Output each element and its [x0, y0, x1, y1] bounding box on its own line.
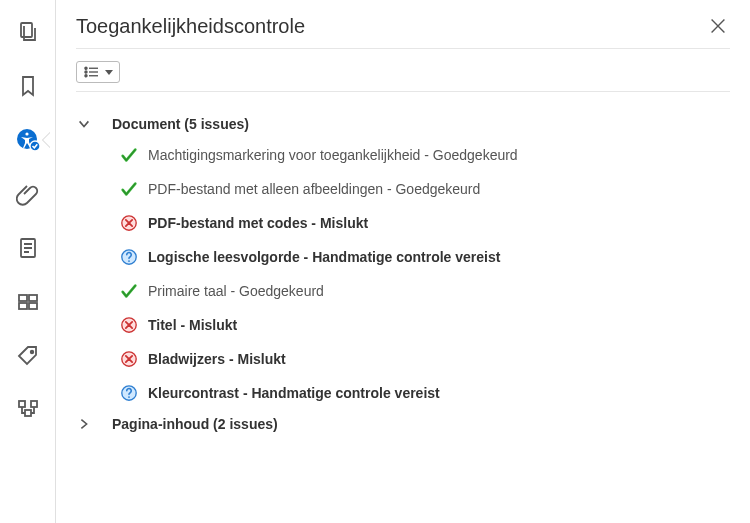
- check-icon: [120, 282, 138, 300]
- accessibility-panel: Toegankelijkheidscontrole Document (5 is…: [56, 0, 750, 523]
- options-button[interactable]: [76, 61, 120, 83]
- pages-icon: [16, 20, 40, 44]
- status-icon-fail: [120, 214, 138, 232]
- order-icon: [16, 398, 40, 422]
- svg-point-9: [30, 351, 33, 354]
- status-icon-manual: [120, 248, 138, 266]
- rule-row[interactable]: Primaire taal - Goedgekeurd: [76, 274, 730, 308]
- rule-row[interactable]: Logische leesvolgorde - Handmatige contr…: [76, 240, 730, 274]
- sidebar-item-accessibility[interactable]: [14, 126, 42, 154]
- status-icon-fail: [120, 316, 138, 334]
- svg-point-15: [85, 75, 87, 77]
- rule-row[interactable]: Kleurcontrast - Handmatige controle vere…: [76, 376, 730, 410]
- question-icon: [120, 384, 138, 402]
- svg-rect-12: [31, 401, 37, 407]
- status-icon-pass: [120, 180, 138, 198]
- accessibility-icon: [16, 128, 40, 152]
- edit-icon: [16, 290, 40, 314]
- rule-label: Logische leesvolgorde - Handmatige contr…: [148, 249, 500, 265]
- svg-rect-6: [29, 295, 37, 301]
- panel-toolbar: [76, 49, 730, 92]
- rule-row[interactable]: Titel - Mislukt: [76, 308, 730, 342]
- section-label: Document (5 issues): [112, 116, 249, 132]
- document-icon: [16, 236, 40, 260]
- check-icon: [120, 180, 138, 198]
- svg-point-13: [85, 67, 87, 69]
- question-icon: [120, 248, 138, 266]
- error-icon: [120, 214, 138, 232]
- svg-rect-8: [29, 303, 37, 309]
- sidebar-item-edit[interactable]: [14, 288, 42, 316]
- sidebar-item-tags[interactable]: [14, 342, 42, 370]
- chevron-down-icon: [76, 116, 92, 132]
- svg-rect-11: [25, 410, 31, 416]
- svg-point-14: [85, 71, 87, 73]
- status-icon-pass: [120, 146, 138, 164]
- svg-point-18: [128, 260, 130, 262]
- rule-label: Kleurcontrast - Handmatige controle vere…: [148, 385, 440, 401]
- rule-label: PDF-bestand met alleen afbeeldingen - Go…: [148, 181, 480, 197]
- rule-row[interactable]: PDF-bestand met codes - Mislukt: [76, 206, 730, 240]
- rule-label: Bladwijzers - Mislukt: [148, 351, 286, 367]
- check-icon: [120, 146, 138, 164]
- rule-label: Primaire taal - Goedgekeurd: [148, 283, 324, 299]
- error-icon: [120, 350, 138, 368]
- rule-row[interactable]: Bladwijzers - Mislukt: [76, 342, 730, 376]
- sidebar-item-attachments[interactable]: [14, 180, 42, 208]
- results-tree: Document (5 issues)Machtigingsmarkering …: [76, 92, 730, 438]
- status-icon-manual: [120, 384, 138, 402]
- sidebar-item-order[interactable]: [14, 396, 42, 424]
- section-row[interactable]: Pagina-inhoud (2 issues): [76, 410, 730, 438]
- section-row[interactable]: Document (5 issues): [76, 110, 730, 138]
- error-icon: [120, 316, 138, 334]
- svg-point-22: [128, 396, 130, 398]
- list-options-icon: [83, 65, 101, 79]
- rule-row[interactable]: Machtigingsmarkering voor toegankelijkhe…: [76, 138, 730, 172]
- sidebar-item-pages[interactable]: [14, 18, 42, 46]
- svg-rect-10: [19, 401, 25, 407]
- close-icon: [707, 15, 729, 37]
- close-button[interactable]: [706, 14, 730, 38]
- rule-label: PDF-bestand met codes - Mislukt: [148, 215, 368, 231]
- bookmark-icon: [16, 74, 40, 98]
- status-icon-pass: [120, 282, 138, 300]
- status-icon-fail: [120, 350, 138, 368]
- rule-label: Titel - Mislukt: [148, 317, 237, 333]
- section-label: Pagina-inhoud (2 issues): [112, 416, 278, 432]
- rule-row[interactable]: PDF-bestand met alleen afbeeldingen - Go…: [76, 172, 730, 206]
- sidebar: [0, 0, 56, 523]
- panel-header: Toegankelijkheidscontrole: [76, 14, 730, 49]
- rule-label: Machtigingsmarkering voor toegankelijkhe…: [148, 147, 518, 163]
- svg-point-2: [25, 132, 28, 135]
- tag-icon: [16, 344, 40, 368]
- svg-rect-0: [21, 23, 32, 37]
- chevron-right-icon: [76, 416, 92, 432]
- sidebar-item-document[interactable]: [14, 234, 42, 262]
- chevron-down-icon: [105, 70, 113, 75]
- svg-rect-5: [19, 295, 27, 301]
- panel-title: Toegankelijkheidscontrole: [76, 15, 305, 38]
- paperclip-icon: [16, 182, 40, 206]
- sidebar-item-bookmarks[interactable]: [14, 72, 42, 100]
- svg-rect-7: [19, 303, 27, 309]
